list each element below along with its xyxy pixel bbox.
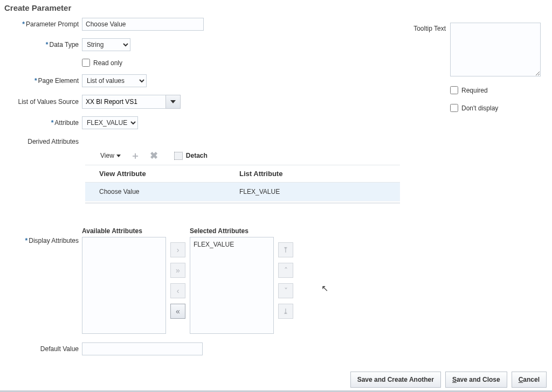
col-list-attribute: List Attribute bbox=[225, 170, 400, 178]
move-all-right-button[interactable]: » bbox=[170, 263, 185, 278]
table-row[interactable]: Choose Value FLEX_VALUE bbox=[85, 183, 400, 201]
move-down-button[interactable]: ˅ bbox=[278, 283, 293, 298]
bar-up-icon: ⤒ bbox=[282, 246, 289, 254]
available-attributes-label: Available Attributes bbox=[82, 227, 166, 235]
tooltip-text-textarea[interactable] bbox=[450, 23, 541, 76]
move-up-button[interactable]: ˄ bbox=[278, 263, 293, 278]
chevron-down-icon: ˅ bbox=[284, 286, 288, 295]
selected-attributes-listbox[interactable]: FLEX_VALUE bbox=[190, 237, 274, 334]
chevron-down-icon bbox=[170, 100, 176, 103]
page-element-select[interactable]: List of values bbox=[82, 74, 147, 87]
lov-source-dropdown-button[interactable] bbox=[165, 95, 181, 109]
cell-view-attribute: Choose Value bbox=[85, 188, 225, 195]
move-left-button[interactable]: ‹ bbox=[170, 283, 185, 298]
detach-button[interactable]: Detach bbox=[174, 152, 208, 160]
lov-source-input[interactable] bbox=[82, 95, 165, 109]
required-checkbox[interactable] bbox=[450, 86, 458, 94]
available-attributes-listbox[interactable] bbox=[82, 237, 166, 334]
derived-table-header: View Attribute List Attribute bbox=[85, 165, 400, 183]
page-element-label: *Page Element bbox=[0, 77, 82, 85]
cancel-button[interactable]: Cancel bbox=[512, 372, 547, 388]
remove-icon[interactable]: ✖ bbox=[150, 151, 158, 160]
save-and-create-another-button[interactable]: Save and Create Another bbox=[350, 372, 441, 388]
double-chevron-right-icon: » bbox=[176, 266, 180, 275]
chevron-right-icon: › bbox=[177, 246, 180, 254]
detach-label: Detach bbox=[186, 152, 208, 159]
move-right-button[interactable]: › bbox=[170, 242, 185, 257]
data-type-select[interactable]: String bbox=[82, 38, 130, 51]
move-top-button[interactable]: ⤒ bbox=[278, 242, 293, 257]
lov-source-label: List of Values Source bbox=[0, 98, 82, 106]
lov-source-combobox[interactable] bbox=[82, 95, 181, 109]
chevron-left-icon: ‹ bbox=[177, 286, 180, 295]
page-title: Create Parameter bbox=[0, 0, 552, 18]
view-menu[interactable]: View bbox=[100, 152, 121, 159]
cell-list-attribute: FLEX_VALUE bbox=[225, 188, 400, 195]
parameter-prompt-input[interactable] bbox=[82, 18, 204, 31]
display-attributes-label: *Display Attributes bbox=[0, 227, 82, 244]
list-item[interactable]: FLEX_VALUE bbox=[194, 241, 270, 248]
chevron-up-icon: ˄ bbox=[284, 266, 288, 275]
chevron-down-icon bbox=[116, 155, 121, 157]
attribute-label: *Attribute bbox=[0, 119, 82, 127]
double-chevron-left-icon: « bbox=[176, 307, 180, 316]
dont-display-label: Don't display bbox=[461, 104, 498, 112]
save-and-close-button[interactable]: Save and Close bbox=[445, 372, 507, 388]
default-value-input[interactable] bbox=[82, 342, 203, 355]
read-only-label: Read only bbox=[93, 59, 122, 67]
parameter-prompt-label: *Parameter Prompt bbox=[0, 20, 82, 28]
move-all-left-button[interactable]: « bbox=[170, 304, 185, 319]
move-bottom-button[interactable]: ⤓ bbox=[278, 304, 293, 319]
detach-icon bbox=[174, 152, 183, 160]
tooltip-text-label: Tooltip Text bbox=[404, 23, 450, 76]
bar-down-icon: ⤓ bbox=[282, 307, 289, 316]
read-only-checkbox[interactable] bbox=[82, 59, 90, 67]
add-icon[interactable]: ＋ bbox=[130, 151, 140, 160]
derived-attributes-label: Derived Attributes bbox=[0, 137, 82, 145]
default-value-label: Default Value bbox=[0, 345, 82, 353]
dont-display-checkbox[interactable] bbox=[450, 104, 458, 112]
selected-attributes-label: Selected Attributes bbox=[190, 227, 274, 235]
col-view-attribute: View Attribute bbox=[85, 170, 225, 178]
attribute-select[interactable]: FLEX_VALUE bbox=[82, 116, 138, 129]
required-label: Required bbox=[461, 87, 488, 94]
view-menu-label: View bbox=[100, 152, 114, 159]
data-type-label: *Data Type bbox=[0, 41, 82, 48]
